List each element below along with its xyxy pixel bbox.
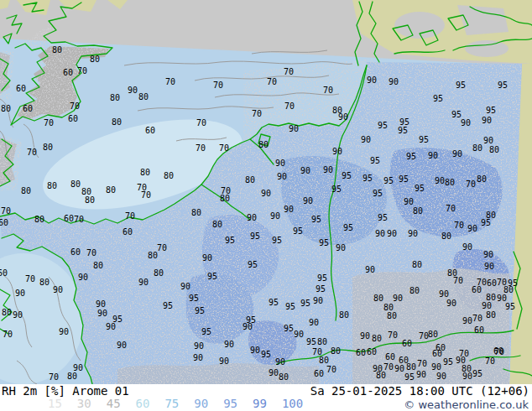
scale-value: 99 (253, 398, 267, 410)
map-title: RH 2m [%] Arome 01 (2, 385, 129, 398)
scale-value: 100 (282, 398, 303, 410)
scale-value: 60 (136, 398, 150, 410)
scale-value: 95 (223, 398, 237, 410)
legend-scale: 1530456075909599100 (48, 398, 318, 410)
copyright-text: © weatheronline.co.uk (404, 398, 529, 411)
scale-value: 30 (77, 398, 91, 410)
scale-value: 15 (48, 398, 62, 410)
map-timestamp: Sa 25-01-2025 18:00 UTC (12+06) (310, 385, 529, 398)
scale-value: 75 (164, 398, 179, 410)
scale-value: 45 (107, 398, 121, 410)
scale-value: 90 (194, 398, 208, 410)
weather-map[interactable]: 8080607070609080808060706080706070707070… (0, 0, 532, 384)
weather-map-page: 8080607070609080808060706080706070707070… (0, 0, 532, 411)
legend-bar: RH 2m [%] Arome 01 Sa 25-01-2025 18:00 U… (0, 384, 532, 411)
